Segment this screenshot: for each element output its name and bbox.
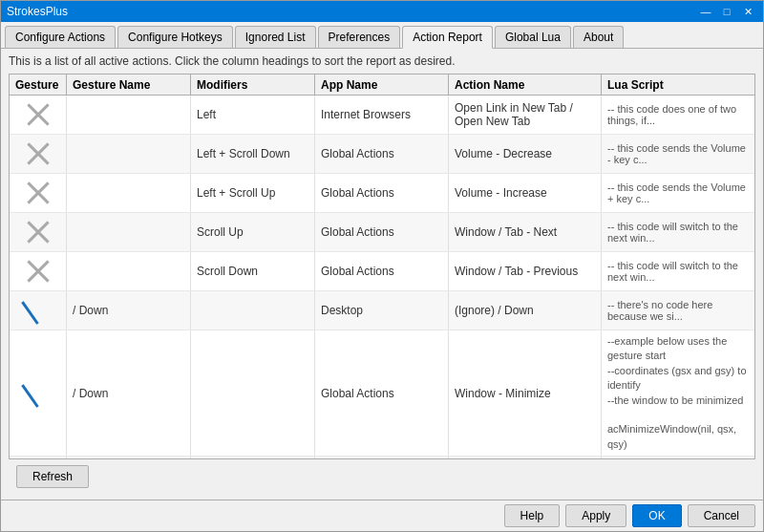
app-name-3: Global Actions [315,213,449,251]
table-row: / Up Desktop (Ignore) / Up -- there's no… [10,457,754,458]
col-lua-script[interactable]: Lua Script [602,74,754,95]
table-row: Scroll Down Global Actions Window / Tab … [10,252,754,291]
gesture-name-5: / Down [67,291,191,330]
modifiers-5 [191,291,315,330]
ok-button[interactable]: OK [632,504,681,527]
modifiers-1: Left + Scroll Down [191,135,315,173]
title-bar-title: StrokesPlus [7,5,68,18]
action-name-0: Open Link in New Tab / Open New Tab [449,96,602,134]
x-gesture-icon [23,99,53,130]
col-gesture-name[interactable]: Gesture Name [67,74,191,95]
col-app-name[interactable]: App Name [315,74,449,95]
lua-script-7: -- there's no code here because we si... [602,457,754,458]
tab-preferences[interactable]: Preferences [318,26,401,48]
modifiers-2: Left + Scroll Up [191,174,315,212]
refresh-button[interactable]: Refresh [16,465,89,488]
title-bar: StrokesPlus — □ ✕ [1,1,763,22]
maximize-button[interactable]: □ [717,4,736,19]
action-name-6: Window - Minimize [449,330,602,456]
col-action-name[interactable]: Action Name [449,74,602,95]
action-name-5: (Ignore) / Down [449,291,602,330]
table-row: Left + Scroll Up Global Actions Volume -… [10,174,754,213]
tab-configure-hotkeys[interactable]: Configure Hotkeys [117,26,233,48]
modifiers-3: Scroll Up [191,213,315,251]
col-modifiers[interactable]: Modifiers [191,74,315,95]
help-button[interactable]: Help [504,504,561,527]
gesture-icon-0 [10,96,67,134]
lua-script-0: -- this code does one of two things, if.… [602,96,754,134]
table-row: / Down Global Actions Window - Minimize … [10,330,754,457]
modifiers-0: Left [191,96,315,134]
action-name-7: (Ignore) / Up [449,457,602,458]
app-title: StrokesPlus [7,5,68,18]
gesture-icon-6 [10,330,67,456]
gesture-icon-1 [10,135,67,173]
slash-up-icon [23,295,53,326]
description-text: This is a list of all active actions. Cl… [9,54,755,68]
app-name-7: Desktop [315,457,449,458]
action-name-3: Window / Tab - Next [449,213,602,251]
x-gesture-icon [23,256,53,287]
tab-global-lua[interactable]: Global Lua [495,26,571,48]
tab-action-report[interactable]: Action Report [402,26,493,49]
close-button[interactable]: ✕ [738,4,757,19]
content-area: This is a list of all active actions. Cl… [1,49,763,500]
x-gesture-icon [23,178,53,208]
lua-script-5: -- there's no code here because we si... [602,291,754,330]
gesture-name-6: / Down [67,330,191,456]
gesture-icon-2 [10,174,67,212]
lua-script-4: -- this code will switch to the next win… [602,252,754,290]
footer-buttons: Help Apply OK Cancel [1,500,763,531]
gesture-name-4 [67,252,191,290]
table-row: Left Internet Browsers Open Link in New … [10,96,754,135]
slash-up-icon [23,378,53,409]
action-report-table: Gesture Gesture Name Modifiers App Name … [9,74,755,459]
action-name-4: Window / Tab - Previous [449,252,602,290]
gesture-name-0 [67,96,191,134]
gesture-icon-5 [10,291,67,330]
modifiers-7 [191,457,315,458]
apply-button[interactable]: Apply [565,504,626,527]
gesture-name-2 [67,174,191,212]
main-window: StrokesPlus — □ ✕ Configure Actions Conf… [0,0,764,532]
table-row: Left + Scroll Down Global Actions Volume… [10,135,754,174]
slash-line [21,384,39,408]
app-name-5: Desktop [315,291,449,330]
action-name-1: Volume - Decrease [449,135,602,173]
gesture-name-1 [67,135,191,173]
tab-ignored-list[interactable]: Ignored List [235,26,316,48]
modifiers-4: Scroll Down [191,252,315,290]
gesture-name-3 [67,213,191,251]
action-name-2: Volume - Increase [449,174,602,212]
lua-script-3: -- this code will switch to the next win… [602,213,754,251]
app-name-1: Global Actions [315,135,449,173]
title-bar-controls: — □ ✕ [696,4,757,19]
gesture-icon-7 [10,457,67,458]
table-row: Scroll Up Global Actions Window / Tab - … [10,213,754,252]
bottom-bar: Refresh [9,459,755,494]
minimize-button[interactable]: — [696,4,715,19]
slash-line [21,301,39,325]
gesture-name-7: / Up [67,457,191,458]
table-row: / Down Desktop (Ignore) / Down -- there'… [10,291,754,330]
tab-about[interactable]: About [573,26,624,48]
tab-bar: Configure Actions Configure Hotkeys Igno… [1,22,763,49]
table-body[interactable]: Left Internet Browsers Open Link in New … [10,96,754,458]
app-name-0: Internet Browsers [315,96,449,134]
lua-script-1: -- this code sends the Volume - key c... [602,135,754,173]
app-name-6: Global Actions [315,330,449,456]
tab-configure-actions[interactable]: Configure Actions [5,26,116,48]
lua-script-6: --example below uses the gesture start -… [602,330,754,456]
x-gesture-icon [23,138,53,169]
gesture-icon-4 [10,252,67,290]
cancel-button[interactable]: Cancel [688,504,755,527]
modifiers-6 [191,330,315,456]
app-name-2: Global Actions [315,174,449,212]
x-gesture-icon [23,217,53,247]
table-header: Gesture Gesture Name Modifiers App Name … [10,74,754,96]
app-name-4: Global Actions [315,252,449,290]
col-gesture[interactable]: Gesture [10,74,67,95]
lua-script-2: -- this code sends the Volume + key c... [602,174,754,212]
gesture-icon-3 [10,213,67,251]
